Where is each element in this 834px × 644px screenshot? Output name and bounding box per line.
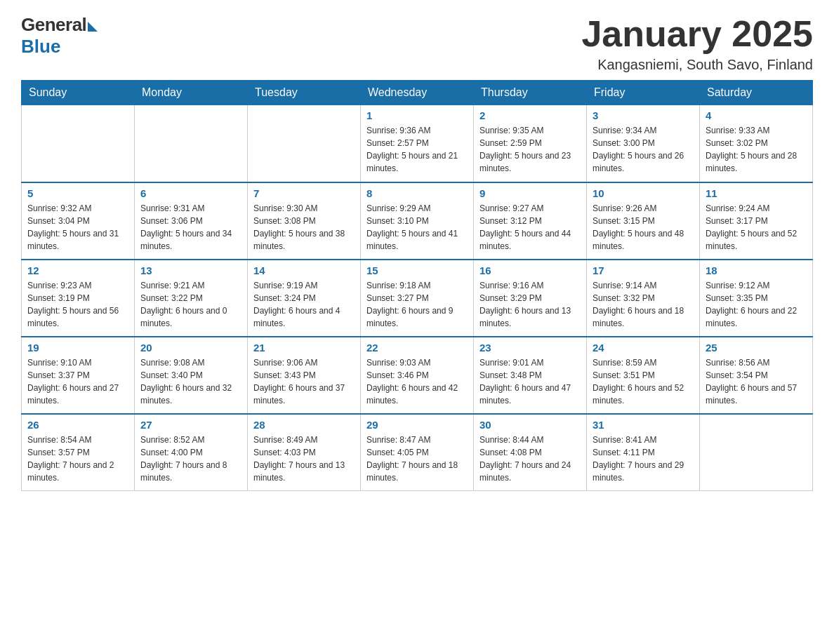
calendar-cell: 10Sunrise: 9:26 AM Sunset: 3:15 PM Dayli…: [587, 182, 700, 260]
calendar-cell: [22, 105, 135, 182]
day-info: Sunrise: 9:32 AM Sunset: 3:04 PM Dayligh…: [27, 202, 128, 253]
day-info: Sunrise: 9:36 AM Sunset: 2:57 PM Dayligh…: [366, 124, 468, 175]
day-number: 10: [593, 187, 694, 199]
day-info: Sunrise: 9:01 AM Sunset: 3:48 PM Dayligh…: [479, 356, 581, 407]
day-number: 11: [706, 187, 807, 199]
weekday-header-saturday: Saturday: [700, 81, 813, 105]
calendar-cell: 21Sunrise: 9:06 AM Sunset: 3:43 PM Dayli…: [248, 337, 361, 414]
calendar-cell: [135, 105, 248, 182]
day-number: 19: [27, 342, 128, 354]
day-number: 22: [366, 342, 468, 354]
calendar-cell: [248, 105, 361, 182]
day-info: Sunrise: 9:24 AM Sunset: 3:17 PM Dayligh…: [706, 202, 807, 253]
day-number: 24: [593, 342, 694, 354]
day-number: 23: [479, 342, 581, 354]
calendar-cell: 19Sunrise: 9:10 AM Sunset: 3:37 PM Dayli…: [22, 337, 135, 414]
calendar-cell: 4Sunrise: 9:33 AM Sunset: 3:02 PM Daylig…: [700, 105, 813, 182]
calendar-table: SundayMondayTuesdayWednesdayThursdayFrid…: [21, 80, 813, 491]
day-number: 13: [140, 264, 241, 276]
weekday-header-friday: Friday: [587, 81, 700, 105]
logo-general-text: General: [21, 14, 86, 36]
day-number: 17: [593, 264, 694, 276]
day-number: 31: [593, 419, 694, 431]
day-number: 8: [366, 187, 468, 199]
calendar-cell: 23Sunrise: 9:01 AM Sunset: 3:48 PM Dayli…: [474, 337, 587, 414]
calendar-cell: 27Sunrise: 8:52 AM Sunset: 4:00 PM Dayli…: [135, 414, 248, 491]
calendar-cell: 7Sunrise: 9:30 AM Sunset: 3:08 PM Daylig…: [248, 182, 361, 260]
day-info: Sunrise: 9:21 AM Sunset: 3:22 PM Dayligh…: [140, 279, 241, 330]
day-number: 29: [366, 419, 468, 431]
weekday-header-monday: Monday: [135, 81, 248, 105]
day-info: Sunrise: 9:23 AM Sunset: 3:19 PM Dayligh…: [27, 279, 128, 330]
day-number: 3: [593, 109, 694, 121]
calendar-week-row: 12Sunrise: 9:23 AM Sunset: 3:19 PM Dayli…: [22, 260, 813, 337]
day-info: Sunrise: 8:44 AM Sunset: 4:08 PM Dayligh…: [479, 434, 581, 484]
day-info: Sunrise: 9:27 AM Sunset: 3:12 PM Dayligh…: [479, 202, 581, 253]
calendar-cell: 12Sunrise: 9:23 AM Sunset: 3:19 PM Dayli…: [22, 260, 135, 337]
day-number: 14: [253, 264, 355, 276]
day-info: Sunrise: 9:34 AM Sunset: 3:00 PM Dayligh…: [593, 124, 694, 175]
weekday-header-thursday: Thursday: [474, 81, 587, 105]
day-info: Sunrise: 9:30 AM Sunset: 3:08 PM Dayligh…: [253, 202, 355, 253]
day-number: 30: [479, 419, 581, 431]
calendar-cell: 2Sunrise: 9:35 AM Sunset: 2:59 PM Daylig…: [474, 105, 587, 182]
logo-triangle-icon: [88, 22, 98, 32]
day-info: Sunrise: 9:10 AM Sunset: 3:37 PM Dayligh…: [27, 356, 128, 407]
logo-blue-text: Blue: [21, 36, 60, 58]
day-info: Sunrise: 8:59 AM Sunset: 3:51 PM Dayligh…: [593, 356, 694, 407]
day-info: Sunrise: 9:26 AM Sunset: 3:15 PM Dayligh…: [593, 202, 694, 253]
calendar-cell: 22Sunrise: 9:03 AM Sunset: 3:46 PM Dayli…: [361, 337, 474, 414]
day-info: Sunrise: 9:19 AM Sunset: 3:24 PM Dayligh…: [253, 279, 355, 330]
month-title: January 2025: [581, 14, 813, 54]
title-area: January 2025 Kangasniemi, South Savo, Fi…: [581, 14, 813, 73]
calendar-cell: 31Sunrise: 8:41 AM Sunset: 4:11 PM Dayli…: [587, 414, 700, 491]
calendar-cell: 17Sunrise: 9:14 AM Sunset: 3:32 PM Dayli…: [587, 260, 700, 337]
calendar-cell: 5Sunrise: 9:32 AM Sunset: 3:04 PM Daylig…: [22, 182, 135, 260]
calendar-cell: 8Sunrise: 9:29 AM Sunset: 3:10 PM Daylig…: [361, 182, 474, 260]
calendar-cell: 18Sunrise: 9:12 AM Sunset: 3:35 PM Dayli…: [700, 260, 813, 337]
day-info: Sunrise: 9:35 AM Sunset: 2:59 PM Dayligh…: [479, 124, 581, 175]
calendar-week-row: 26Sunrise: 8:54 AM Sunset: 3:57 PM Dayli…: [22, 414, 813, 491]
calendar-cell: [700, 414, 813, 491]
day-number: 26: [27, 419, 128, 431]
day-number: 4: [706, 109, 807, 121]
day-number: 2: [479, 109, 581, 121]
day-info: Sunrise: 9:12 AM Sunset: 3:35 PM Dayligh…: [706, 279, 807, 330]
day-number: 16: [479, 264, 581, 276]
day-number: 1: [366, 109, 468, 121]
calendar-week-row: 5Sunrise: 9:32 AM Sunset: 3:04 PM Daylig…: [22, 182, 813, 260]
calendar-week-row: 19Sunrise: 9:10 AM Sunset: 3:37 PM Dayli…: [22, 337, 813, 414]
calendar-cell: 25Sunrise: 8:56 AM Sunset: 3:54 PM Dayli…: [700, 337, 813, 414]
day-info: Sunrise: 9:33 AM Sunset: 3:02 PM Dayligh…: [706, 124, 807, 175]
day-info: Sunrise: 8:47 AM Sunset: 4:05 PM Dayligh…: [366, 434, 468, 484]
weekday-header-sunday: Sunday: [22, 81, 135, 105]
day-info: Sunrise: 9:14 AM Sunset: 3:32 PM Dayligh…: [593, 279, 694, 330]
day-number: 21: [253, 342, 355, 354]
day-info: Sunrise: 9:03 AM Sunset: 3:46 PM Dayligh…: [366, 356, 468, 407]
calendar-week-row: 1Sunrise: 9:36 AM Sunset: 2:57 PM Daylig…: [22, 105, 813, 182]
calendar-cell: 29Sunrise: 8:47 AM Sunset: 4:05 PM Dayli…: [361, 414, 474, 491]
day-info: Sunrise: 9:18 AM Sunset: 3:27 PM Dayligh…: [366, 279, 468, 330]
day-number: 6: [140, 187, 241, 199]
day-number: 28: [253, 419, 355, 431]
day-number: 7: [253, 187, 355, 199]
day-number: 25: [706, 342, 807, 354]
day-number: 27: [140, 419, 241, 431]
calendar-cell: 20Sunrise: 9:08 AM Sunset: 3:40 PM Dayli…: [135, 337, 248, 414]
day-info: Sunrise: 8:41 AM Sunset: 4:11 PM Dayligh…: [593, 434, 694, 484]
calendar-cell: 16Sunrise: 9:16 AM Sunset: 3:29 PM Dayli…: [474, 260, 587, 337]
calendar-cell: 9Sunrise: 9:27 AM Sunset: 3:12 PM Daylig…: [474, 182, 587, 260]
calendar-cell: 3Sunrise: 9:34 AM Sunset: 3:00 PM Daylig…: [587, 105, 700, 182]
day-info: Sunrise: 9:08 AM Sunset: 3:40 PM Dayligh…: [140, 356, 241, 407]
weekday-header-row: SundayMondayTuesdayWednesdayThursdayFrid…: [22, 81, 813, 105]
calendar-cell: 28Sunrise: 8:49 AM Sunset: 4:03 PM Dayli…: [248, 414, 361, 491]
day-number: 15: [366, 264, 468, 276]
logo: General Blue: [21, 14, 98, 58]
calendar-cell: 24Sunrise: 8:59 AM Sunset: 3:51 PM Dayli…: [587, 337, 700, 414]
calendar-cell: 26Sunrise: 8:54 AM Sunset: 3:57 PM Dayli…: [22, 414, 135, 491]
calendar-cell: 6Sunrise: 9:31 AM Sunset: 3:06 PM Daylig…: [135, 182, 248, 260]
day-number: 5: [27, 187, 128, 199]
day-info: Sunrise: 8:56 AM Sunset: 3:54 PM Dayligh…: [706, 356, 807, 407]
day-number: 20: [140, 342, 241, 354]
weekday-header-tuesday: Tuesday: [248, 81, 361, 105]
